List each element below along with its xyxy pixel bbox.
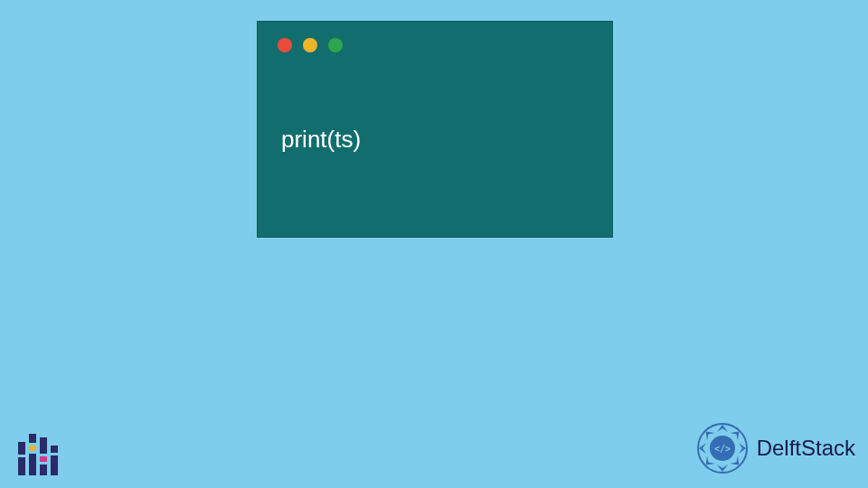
code-window: print(ts) [257, 21, 613, 238]
brand-medallion-icon: </> [695, 421, 750, 475]
brand-logo: </> DelftStack [695, 421, 855, 475]
maximize-icon[interactable] [328, 38, 343, 52]
window-traffic-lights [278, 38, 343, 52]
close-icon[interactable] [278, 38, 292, 52]
minimize-icon[interactable] [303, 38, 317, 52]
svg-text:</>: </> [714, 444, 731, 454]
code-text: print(ts) [281, 126, 361, 154]
brand-bars-icon [13, 425, 63, 475]
brand-name: DelftStack [757, 436, 855, 461]
